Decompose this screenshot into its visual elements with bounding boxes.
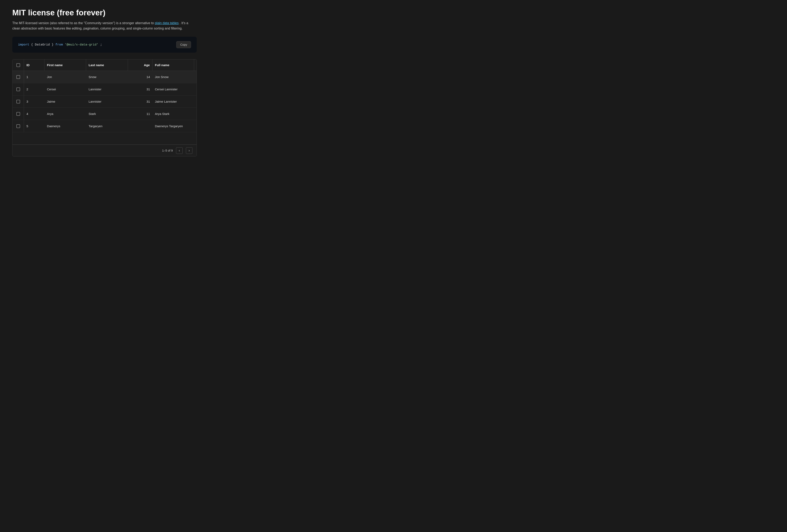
row-4-checkbox-cell (13, 108, 24, 120)
row-2-checkbox[interactable] (16, 87, 20, 91)
grid-header: ID First name Last name Age Full name (13, 60, 196, 71)
header-cell-age: Age (128, 60, 152, 71)
header-cell-full-name: Full name (152, 60, 194, 71)
row-2-full-name: Cersei Lannister (152, 83, 194, 95)
row-3-checkbox-cell (13, 95, 24, 108)
plain-data-tables-link[interactable]: plain data tables (155, 21, 179, 25)
pagination-next-button[interactable]: › (186, 147, 192, 154)
code-end: ; (100, 43, 102, 46)
row-4-id: 4 (24, 108, 44, 120)
row-2-last-name: Lannister (86, 83, 128, 95)
data-grid-container: ID First name Last name Age Full name 1 … (12, 59, 197, 156)
grid-footer: 1–5 of 9 ‹ › (13, 145, 196, 156)
grid-row-4: 4 Arya Stark 11 Arya Stark (13, 108, 196, 120)
row-4-full-name: Arya Stark (152, 108, 194, 120)
select-all-checkbox[interactable] (16, 63, 20, 67)
row-5-id: 5 (24, 120, 44, 132)
code-string-value: '@mui/x-data-grid' (65, 43, 98, 46)
row-5-full-name: Daenerys Targaryen (152, 120, 194, 132)
row-3-id: 3 (24, 95, 44, 108)
row-4-last-name: Stark (86, 108, 128, 120)
copy-button[interactable]: Copy (176, 41, 191, 48)
row-4-first-name: Arya (44, 108, 86, 120)
row-3-checkbox[interactable] (16, 100, 20, 104)
row-5-last-name: Targaryen (86, 120, 128, 132)
row-4-age: 11 (128, 108, 152, 120)
row-2-age: 31 (128, 83, 152, 95)
row-2-first-name: Cersei (44, 83, 86, 95)
row-1-last-name: Snow (86, 71, 128, 83)
row-3-last-name: Lannister (86, 95, 128, 108)
description-text-before-link: The MIT-licensed version (also referred … (12, 21, 155, 25)
row-1-full-name: Jon Snow (152, 71, 194, 83)
row-2-checkbox-cell (13, 83, 24, 95)
header-checkbox-cell (13, 60, 24, 71)
row-3-first-name: Jaime (44, 95, 86, 108)
row-5-first-name: Daenerys (44, 120, 86, 132)
page-title: MIT license (free forever) (12, 8, 775, 17)
row-5-checkbox-cell (13, 120, 24, 132)
header-cell-id: ID (24, 60, 44, 71)
grid-row-5: 5 Daenerys Targaryen Daenerys Targaryen (13, 120, 196, 132)
row-1-checkbox[interactable] (16, 75, 20, 79)
code-block: import { DataGrid } from '@mui/x-data-gr… (12, 37, 197, 53)
empty-row (13, 132, 196, 145)
row-1-age: 14 (128, 71, 152, 83)
grid-row-3: 3 Jaime Lannister 31 Jaime Lannister (13, 95, 196, 108)
pagination-info: 1–5 of 9 (162, 149, 173, 152)
row-4-checkbox[interactable] (16, 112, 20, 116)
code-from-keyword: from (55, 43, 63, 46)
row-3-age: 31 (128, 95, 152, 108)
code-keyword: import (18, 43, 29, 46)
description: The MIT-licensed version (also referred … (12, 21, 197, 31)
row-5-checkbox[interactable] (16, 124, 20, 128)
row-1-first-name: Jon (44, 71, 86, 83)
header-cell-first-name: First name (44, 60, 86, 71)
code-content: import { DataGrid } from '@mui/x-data-gr… (18, 43, 102, 46)
grid-row-2: 2 Cersei Lannister 31 Cersei Lannister (13, 83, 196, 95)
row-3-full-name: Jaime Lannister (152, 95, 194, 108)
pagination-prev-button[interactable]: ‹ (176, 147, 183, 154)
grid-row-1: 1 Jon Snow 14 Jon Snow (13, 71, 196, 83)
row-1-id: 1 (24, 71, 44, 83)
header-cell-last-name: Last name (86, 60, 128, 71)
row-5-age (128, 120, 152, 132)
code-middle: { DataGrid } (31, 43, 55, 46)
row-1-checkbox-cell (13, 71, 24, 83)
row-2-id: 2 (24, 83, 44, 95)
